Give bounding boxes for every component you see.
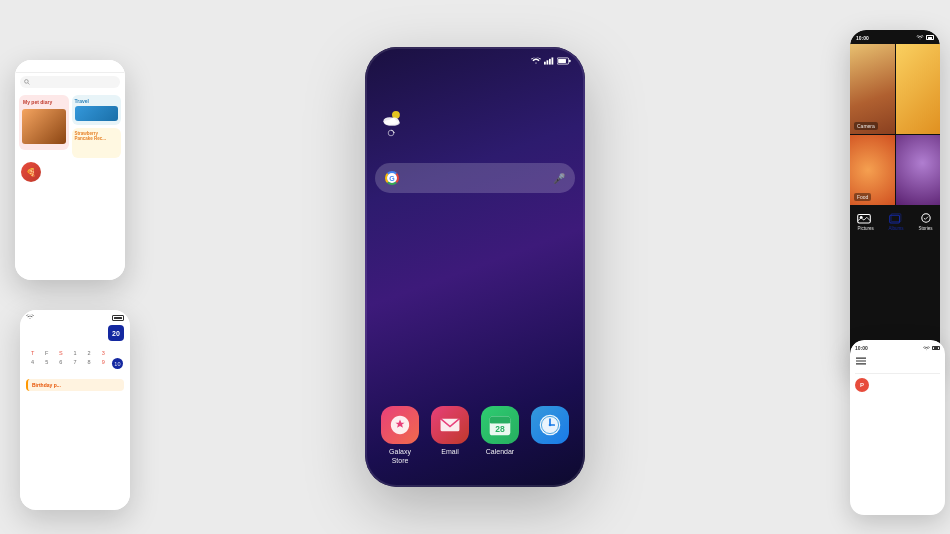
svg-point-0 <box>25 80 29 84</box>
wifi-icon-gallery <box>916 35 924 40</box>
notes-search-bar <box>20 76 120 88</box>
gallery-status-bar: 10:00 <box>850 30 940 44</box>
battery-icon-gallery <box>926 35 934 40</box>
pictures-icon <box>857 212 871 224</box>
phone-icons-right <box>112 314 124 321</box>
hamburger-icon <box>856 357 866 365</box>
svg-point-9 <box>392 111 400 119</box>
gallery-cell-purple <box>896 135 941 205</box>
divider <box>855 373 940 374</box>
note-card-recipe: StrawberryPancake Rec... <box>72 128 122 158</box>
svg-text:28: 28 <box>495 424 505 434</box>
label-pictures: Pictures <box>857 226 873 231</box>
clock-icon <box>531 406 569 444</box>
mic-icon: 🎤 <box>553 173 565 184</box>
wifi-icon-left <box>26 314 34 320</box>
gallery-grid: Camera Food Pictures <box>850 44 940 237</box>
gallery-cell-yellow <box>896 44 941 134</box>
notes-header <box>15 60 125 73</box>
gallery-cell-fruits: Food <box>850 135 895 205</box>
battery-icon-main <box>557 57 571 65</box>
dock-label-galaxy-store: GalaxyStore <box>389 448 411 465</box>
gallery-bottom-nav: Pictures Albums Stories <box>850 206 940 237</box>
weather-temp-row <box>381 109 569 127</box>
nav-pictures: Pictures <box>857 212 873 231</box>
search-bar[interactable]: G 🎤 <box>375 163 575 193</box>
calendar-event: Birthday p... <box>26 379 124 391</box>
nav-albums: Albums <box>889 212 904 231</box>
svg-point-24 <box>549 424 552 427</box>
dock-item-galaxy-store[interactable]: GalaxyStore <box>381 406 419 465</box>
dock-label-email: Email <box>441 448 459 456</box>
inbox-status-bar: 10:00 <box>855 345 940 351</box>
email-svg <box>439 417 461 433</box>
svg-point-12 <box>384 120 400 126</box>
calendar-svg: 28 <box>488 413 512 437</box>
google-g-logo: G <box>385 171 399 185</box>
calendar-icon: 28 <box>481 406 519 444</box>
nav-stories: Stories <box>919 212 933 231</box>
svg-rect-7 <box>558 59 566 63</box>
app-dock: GalaxyStore Email <box>365 406 585 465</box>
svg-rect-5 <box>552 57 554 64</box>
note-card-red: My pet diary <box>19 95 69 150</box>
galaxy-store-svg <box>389 414 411 436</box>
mini-calendar: T F S 1 2 3 4 5 6 7 8 9 10 <box>20 343 130 375</box>
refresh-icon <box>387 129 395 137</box>
albums-icon <box>889 212 903 224</box>
dock-item-clock[interactable] <box>531 406 569 465</box>
phone-main: G 🎤 GalaxyStore <box>365 47 585 487</box>
signal-icon-main <box>544 57 554 65</box>
battery-icon-inbox <box>932 346 940 350</box>
notes-footer: 🍕 <box>15 162 125 182</box>
gallery-label-camera: Camera <box>854 122 878 130</box>
label-stories: Stories <box>919 226 933 231</box>
note-card-travel: Travel <box>72 95 122 125</box>
inbox-header <box>855 355 940 367</box>
weather-widget <box>365 69 585 147</box>
svg-rect-2 <box>544 62 546 65</box>
clock-svg <box>538 413 562 437</box>
phone-notes: My pet diary Travel StrawberryPancake Re… <box>15 60 125 280</box>
svg-point-29 <box>921 214 929 222</box>
galaxy-store-icon <box>381 406 419 444</box>
dock-item-calendar[interactable]: 28 Calendar <box>481 406 519 465</box>
email-icon <box>431 406 469 444</box>
svg-line-1 <box>28 83 29 84</box>
svg-rect-4 <box>549 59 551 65</box>
stories-icon <box>919 212 933 224</box>
menu-icon <box>855 355 867 367</box>
wifi-icon-main <box>531 57 541 65</box>
event-label: Birthday p... <box>32 382 120 388</box>
dock-label-calendar: Calendar <box>486 448 514 456</box>
calendar-date-badge: 20 <box>108 325 124 341</box>
svg-marker-14 <box>394 132 395 134</box>
phone-status-bar-left <box>20 310 130 323</box>
search-icon <box>24 79 30 85</box>
gallery-label-food: Food <box>854 193 871 201</box>
status-bar-main <box>365 47 585 69</box>
label-albums: Albums <box>889 226 904 231</box>
phone-inbox: 10:00 P <box>850 340 945 515</box>
dock-item-email[interactable]: Email <box>431 406 469 465</box>
status-icons <box>531 57 571 65</box>
phone-calendar-left: 20 T F S 1 2 3 4 5 6 7 8 9 10 Birthda <box>20 310 130 510</box>
cal-day-headers: T F S 1 2 3 4 5 6 7 8 9 10 <box>26 349 124 369</box>
gallery-cell-person: Camera <box>850 44 895 134</box>
calendar-badge-area: 20 <box>20 323 130 343</box>
notes-grid: My pet diary Travel StrawberryPancake Re… <box>15 91 125 162</box>
svg-rect-8 <box>569 60 571 62</box>
battery-icon-left <box>112 315 124 321</box>
email-list-item: P <box>855 378 940 392</box>
sender-avatar: P <box>855 378 869 392</box>
svg-rect-3 <box>547 60 549 64</box>
google-logo-inner: G <box>387 173 397 183</box>
phone-gallery: 10:00 Camera Food <box>850 30 940 370</box>
wifi-icon-inbox <box>923 346 930 351</box>
weather-updated <box>385 129 569 137</box>
weather-cloud-icon <box>381 109 403 127</box>
